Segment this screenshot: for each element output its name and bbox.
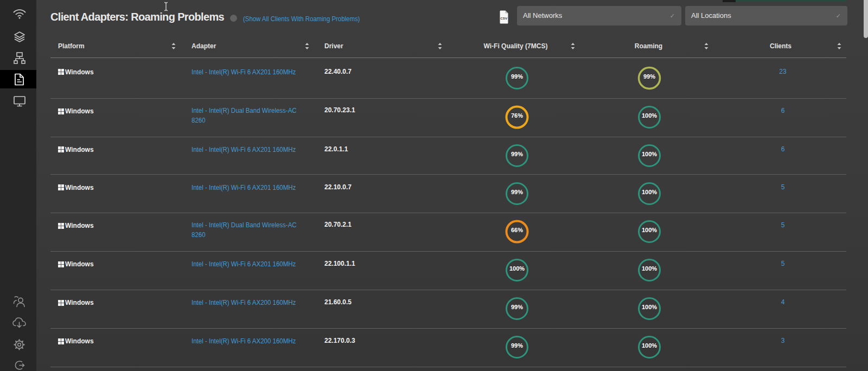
svg-text:CSV: CSV (500, 16, 508, 20)
